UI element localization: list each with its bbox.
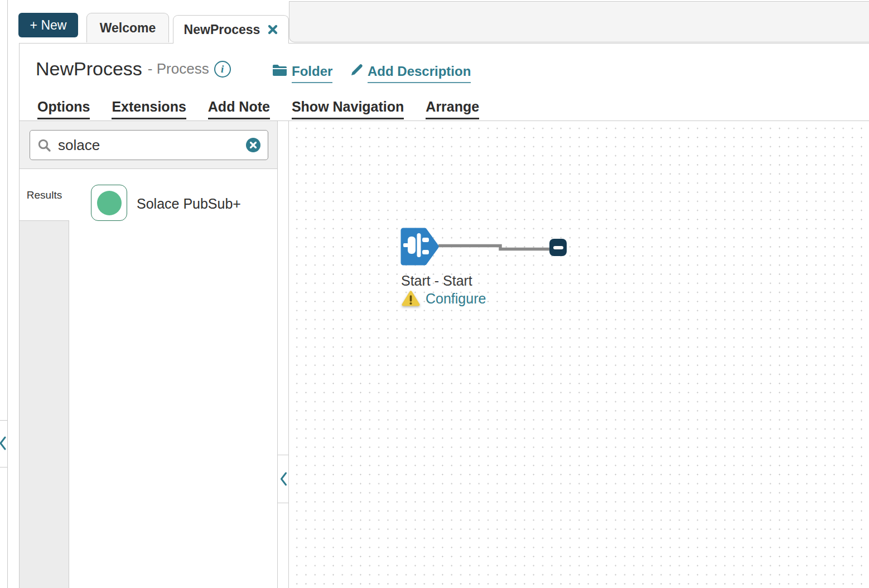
left-collapse-handle-top: [0, 420, 8, 421]
info-icon[interactable]: i: [214, 61, 231, 78]
new-tab-button[interactable]: + New: [18, 13, 78, 37]
menu-item-arrange[interactable]: Arrange: [426, 99, 479, 119]
start-step-shape[interactable]: [398, 227, 440, 266]
page-type-label: - Process: [148, 60, 209, 78]
process-builder-app: + New Welcome NewProcess NewProcess - Pr…: [0, 0, 869, 588]
left-panel-edge: [7, 0, 8, 588]
start-step-label: Start - Start: [401, 273, 472, 289]
connector-green-dot-icon: [97, 191, 122, 215]
sidebar-tabstrip-filler: [20, 220, 69, 588]
result-item-solace-pubsub[interactable]: [91, 185, 127, 221]
panel-collapse-handle-top: [277, 455, 289, 455]
folder-icon: [272, 64, 287, 77]
folder-link-group[interactable]: Folder: [272, 64, 332, 83]
sidebar-tab-results[interactable]: Results: [20, 170, 69, 220]
minus-icon: [553, 246, 563, 249]
menu-item-extensions[interactable]: Extensions: [112, 99, 186, 119]
tab-newprocess[interactable]: NewProcess: [173, 15, 289, 44]
close-tab-icon[interactable]: [268, 25, 278, 35]
clear-x-icon: [250, 142, 257, 148]
tab-welcome-label: Welcome: [100, 21, 156, 36]
menu-item-options[interactable]: Options: [37, 99, 90, 119]
collapse-left-panel-icon[interactable]: [0, 436, 6, 451]
connector-line: [438, 243, 550, 252]
results-tab-label: Results: [27, 189, 62, 201]
result-item-label: Solace PubSub+: [137, 196, 241, 212]
collapse-sidebar-icon[interactable]: [280, 471, 287, 486]
clear-search-button[interactable]: [246, 138, 260, 152]
menu-item-show-navigation[interactable]: Show Navigation: [292, 99, 404, 119]
add-description-link[interactable]: Add Description: [368, 64, 471, 83]
warning-icon: [402, 290, 420, 307]
tabbar-background: [289, 1, 869, 42]
left-collapse-handle-bottom: [0, 467, 8, 467]
shape-search-box[interactable]: [30, 130, 268, 160]
stop-endpoint[interactable]: [549, 239, 567, 256]
panel-collapse-handle-bottom: [277, 503, 289, 503]
folder-link[interactable]: Folder: [292, 64, 332, 83]
configure-link[interactable]: Configure: [426, 291, 486, 307]
sidebar-tabstrip: Results: [20, 170, 69, 588]
add-description-group[interactable]: Add Description: [350, 64, 471, 83]
process-canvas[interactable]: [289, 121, 869, 588]
tab-welcome[interactable]: Welcome: [86, 13, 169, 42]
search-icon: [37, 138, 51, 152]
tab-newprocess-label: NewProcess: [184, 22, 260, 37]
search-input[interactable]: [58, 137, 239, 154]
start-step-config-row: Configure: [402, 290, 486, 307]
panel-divider[interactable]: [277, 121, 289, 588]
page-title: NewProcess: [36, 58, 142, 80]
pencil-icon: [350, 64, 363, 76]
page-header: NewProcess - Process i: [36, 58, 231, 80]
menu-item-add-note[interactable]: Add Note: [208, 99, 270, 119]
process-menu: Options Extensions Add Note Show Navigat…: [37, 99, 479, 119]
